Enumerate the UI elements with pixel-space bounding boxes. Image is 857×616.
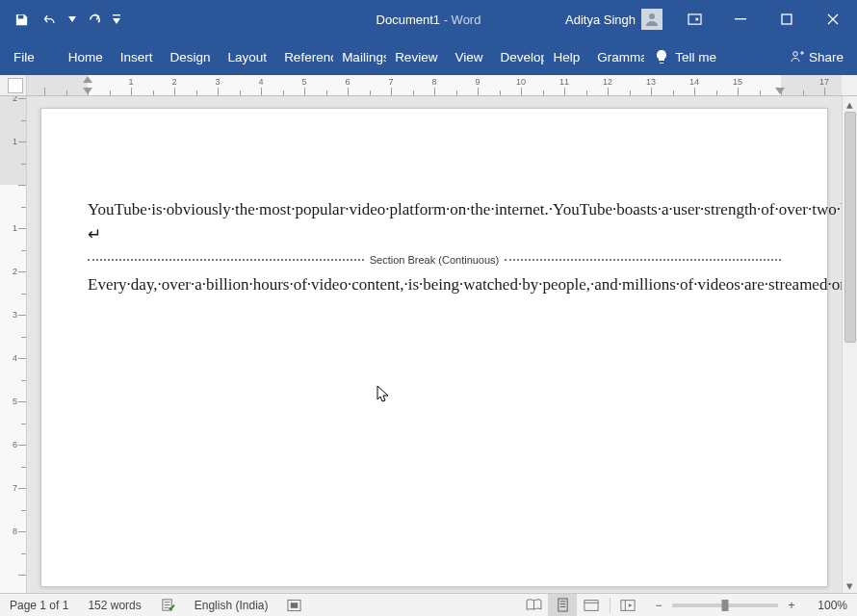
- scroll-down-button[interactable]: ▾: [843, 578, 858, 593]
- horizontal-ruler-row: 12345678910111213141517: [0, 75, 857, 96]
- share-icon: [790, 49, 805, 64]
- section-break-label: Section Break (Continuous): [364, 252, 506, 269]
- svg-rect-11: [621, 600, 635, 610]
- tab-references[interactable]: References: [275, 38, 333, 75]
- view-buttons: [519, 594, 606, 616]
- tell-me-search[interactable]: Tell me: [644, 38, 726, 75]
- svg-rect-0: [113, 14, 120, 15]
- section-break-indicator: Section Break (Continuous): [88, 252, 781, 269]
- status-bar: Page 1 of 1 152 words English (India) − …: [0, 593, 857, 616]
- read-mode-button[interactable]: [519, 594, 548, 616]
- share-label: Share: [809, 50, 844, 64]
- web-layout-button[interactable]: [577, 594, 606, 616]
- horizontal-ruler[interactable]: 12345678910111213141517: [27, 75, 842, 95]
- svg-point-5: [793, 52, 798, 57]
- tab-selector[interactable]: [0, 75, 27, 95]
- vertical-ruler[interactable]: 2112345678: [0, 96, 27, 593]
- tab-layout[interactable]: Layout: [220, 38, 276, 75]
- app-name-suffix: - Word: [440, 13, 480, 27]
- right-indent-marker[interactable]: [775, 88, 785, 94]
- lightbulb-icon: [654, 49, 669, 64]
- svg-rect-2: [688, 13, 701, 23]
- tab-help[interactable]: Help: [544, 38, 588, 75]
- window-title: Document1 - Word: [377, 13, 481, 27]
- minimize-button[interactable]: [718, 0, 763, 38]
- focus-mode-button[interactable]: [614, 594, 641, 616]
- paragraph-1[interactable]: YouTube·is·obviously·the·most·popular·vi…: [88, 197, 781, 248]
- zoom-slider-thumb[interactable]: [722, 600, 729, 611]
- macro-icon: [287, 599, 301, 612]
- svg-rect-3: [735, 18, 746, 19]
- zoom-control: − + 100%: [641, 598, 857, 613]
- zoom-out-button[interactable]: −: [651, 598, 666, 613]
- hanging-indent-marker[interactable]: [83, 88, 92, 94]
- tab-view[interactable]: View: [446, 38, 491, 75]
- ribbon-display-options-button[interactable]: [672, 0, 716, 38]
- svg-rect-9: [558, 599, 566, 611]
- tell-me-label: Tell me: [675, 50, 716, 64]
- undo-button[interactable]: [37, 6, 64, 33]
- spelling-status[interactable]: [151, 594, 185, 616]
- svg-rect-4: [782, 14, 792, 24]
- zoom-percentage[interactable]: 100%: [805, 599, 847, 612]
- mouse-cursor-icon: [377, 385, 390, 404]
- document-name: Document1: [377, 13, 440, 27]
- proofing-icon: [161, 598, 175, 612]
- print-layout-button[interactable]: [548, 594, 577, 616]
- scroll-thumb[interactable]: [844, 112, 856, 343]
- account-button[interactable]: Aditya Singh: [558, 0, 670, 38]
- ribbon-tabs: File Home Insert Design Layout Reference…: [0, 38, 857, 75]
- scroll-up-button[interactable]: ▴: [843, 96, 858, 112]
- redo-button[interactable]: [81, 6, 108, 33]
- save-button[interactable]: [8, 6, 35, 33]
- avatar-icon: [641, 9, 662, 30]
- title-bar: Document1 - Word Aditya Singh: [0, 0, 857, 38]
- svg-rect-8: [291, 603, 299, 608]
- language-status[interactable]: English (India): [185, 594, 278, 616]
- macro-recording-status[interactable]: [277, 594, 311, 616]
- qat-customize-dropdown[interactable]: [110, 6, 123, 33]
- tab-file[interactable]: File: [0, 38, 48, 75]
- undo-dropdown[interactable]: [65, 6, 79, 33]
- first-line-indent-marker[interactable]: [83, 76, 92, 83]
- tab-review[interactable]: Review: [386, 38, 446, 75]
- tab-mailings[interactable]: Mailings: [333, 38, 386, 75]
- tab-insert[interactable]: Insert: [112, 38, 162, 75]
- share-button[interactable]: Share: [776, 38, 857, 75]
- close-button[interactable]: [811, 0, 855, 38]
- zoom-in-button[interactable]: +: [784, 598, 799, 613]
- svg-rect-10: [584, 600, 598, 610]
- quick-access-toolbar: [0, 6, 123, 33]
- vertical-scrollbar[interactable]: ▴ ▾: [842, 96, 857, 593]
- word-count-status[interactable]: 152 words: [78, 594, 150, 616]
- tab-home[interactable]: Home: [60, 38, 112, 75]
- tab-grammarly[interactable]: Grammarly: [588, 38, 644, 75]
- svg-point-1: [649, 13, 655, 19]
- paragraph-2[interactable]: Every·day,·over·a·billion·hours·of·video…: [88, 272, 781, 297]
- page-number-status[interactable]: Page 1 of 1: [0, 594, 78, 616]
- maximize-button[interactable]: [765, 0, 809, 38]
- tab-developer[interactable]: Developer: [491, 38, 544, 75]
- document-page[interactable]: YouTube·is·obviously·the·most·popular·vi…: [40, 108, 828, 587]
- scroll-track[interactable]: [843, 112, 858, 578]
- document-workspace: 2112345678 YouTube·is·obviously·the·most…: [0, 96, 857, 593]
- account-name: Aditya Singh: [565, 13, 636, 27]
- page-scroll-area[interactable]: YouTube·is·obviously·the·most·popular·vi…: [27, 96, 842, 593]
- tab-design[interactable]: Design: [162, 38, 220, 75]
- zoom-slider[interactable]: [672, 603, 778, 607]
